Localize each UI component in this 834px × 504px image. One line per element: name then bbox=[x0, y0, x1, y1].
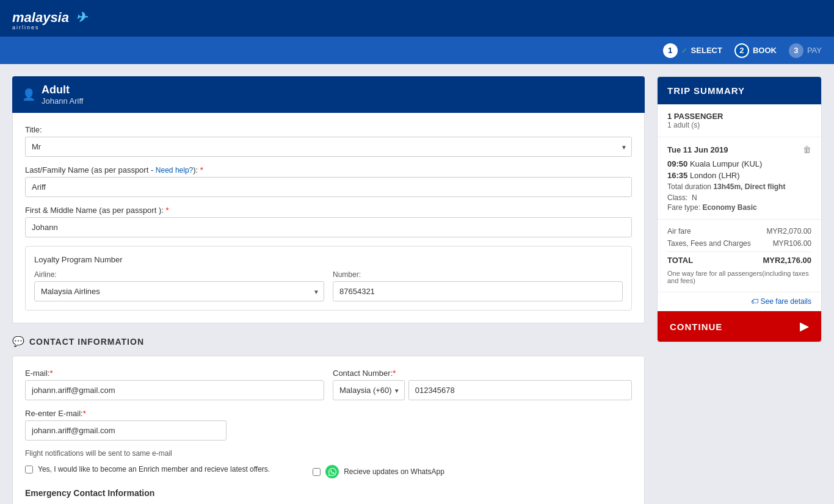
arrive-time: 16:35 bbox=[667, 171, 687, 180]
loyalty-number-field: Number: bbox=[333, 270, 623, 301]
progress-bar: 1 ✓ SELECT 2 BOOK 3 PAY bbox=[0, 37, 834, 64]
trip-summary-header: TRIP SUMMARY bbox=[658, 77, 821, 104]
contact-icon: 💬 bbox=[12, 336, 24, 347]
taxes-label: Taxes, Fees and Charges bbox=[667, 239, 751, 248]
logo: malaysia ✈ airlines bbox=[12, 5, 110, 32]
see-fare-details[interactable]: 🏷 See fare details bbox=[658, 292, 821, 311]
step-label-pay: PAY bbox=[807, 46, 822, 55]
airline-select-wrap: Malaysia Airlines ▼ bbox=[34, 281, 324, 301]
check-icon: ✓ bbox=[681, 46, 687, 55]
passenger-header: 👤 Adult Johann Ariff bbox=[12, 76, 645, 113]
passenger-title: Adult bbox=[42, 84, 83, 96]
country-code-wrap: Malaysia (+60) ▼ bbox=[333, 380, 405, 400]
step-label-book: BOOK bbox=[753, 46, 777, 55]
emergency-title: Emergency Contact Information bbox=[25, 488, 632, 498]
last-name-row: Last/Family Name (as per passport - Need… bbox=[25, 165, 632, 197]
step-book: 2 BOOK bbox=[734, 43, 777, 58]
first-name-input[interactable] bbox=[25, 217, 632, 237]
contact-number-label: Contact Number:* bbox=[333, 369, 632, 378]
loyalty-section: Loyalty Program Number Airline: Malaysia… bbox=[25, 246, 632, 311]
phone-inputs: Malaysia (+60) ▼ bbox=[333, 380, 632, 400]
total-row: TOTAL MYR2,176.00 bbox=[667, 251, 811, 265]
header: malaysia ✈ airlines bbox=[0, 0, 834, 37]
enrich-checkbox-row: Yes, I would like to become an Enrich me… bbox=[25, 465, 270, 473]
last-name-input[interactable] bbox=[25, 177, 632, 197]
step-label-select: SELECT bbox=[691, 46, 722, 55]
delete-icon[interactable]: 🗑 bbox=[803, 145, 811, 154]
email-contact-row: E-mail:* Contact Number:* Malaysia (+60)… bbox=[25, 369, 632, 400]
main-content: 👤 Adult Johann Ariff Title: Mr Mrs Ms bbox=[0, 64, 834, 504]
arrive-row: 16:35 London (LHR) bbox=[667, 171, 811, 180]
pricing-note: One way fare for all passengers(includin… bbox=[667, 270, 811, 284]
air-fare-label: Air fare bbox=[667, 227, 691, 236]
last-name-label: Last/Family Name (as per passport - Need… bbox=[25, 165, 632, 175]
svg-text:airlines: airlines bbox=[12, 24, 40, 31]
passenger-count: 1 PASSENGER bbox=[667, 112, 811, 121]
whatsapp-checkbox[interactable] bbox=[313, 468, 321, 476]
trip-flight-header: Tue 11 Jun 2019 🗑 bbox=[667, 145, 811, 154]
trip-date: Tue 11 Jun 2019 bbox=[667, 145, 728, 154]
emergency-section: Emergency Contact Information Contact Na… bbox=[25, 488, 632, 504]
fare-icon: 🏷 bbox=[751, 297, 758, 306]
passenger-section: 👤 Adult Johann Ariff Title: Mr Mrs Ms bbox=[12, 76, 645, 323]
airline-label: Airline: bbox=[34, 270, 324, 279]
title-row: Title: Mr Mrs Ms ▼ bbox=[25, 125, 632, 157]
total-value: MYR2,176.00 bbox=[763, 256, 812, 265]
depart-time: 09:50 bbox=[667, 159, 687, 168]
see-fare-label: See fare details bbox=[761, 297, 811, 306]
contact-section-title: CONTACT INFORMATION bbox=[29, 337, 144, 347]
re-email-row: Re-enter E-mail:* bbox=[25, 409, 632, 441]
contact-form: E-mail:* Contact Number:* Malaysia (+60)… bbox=[12, 356, 645, 504]
whatsapp-icon bbox=[325, 465, 339, 478]
whatsapp-label: Recieve updates on WhatsApp bbox=[344, 467, 444, 476]
arrive-city: London (LHR) bbox=[690, 171, 740, 180]
loyalty-number-input[interactable] bbox=[333, 281, 623, 301]
svg-text:✈: ✈ bbox=[76, 10, 89, 25]
enrich-label: Yes, I would like to become an Enrich me… bbox=[38, 465, 270, 473]
passenger-name: Johann Ariff bbox=[42, 96, 83, 106]
depart-row: 09:50 Kuala Lumpur (KUL) bbox=[667, 159, 811, 168]
country-code-select[interactable]: Malaysia (+60) bbox=[333, 380, 405, 400]
step-circle-1: 1 bbox=[663, 43, 678, 58]
trip-duration: Total duration 13h45m, Direct flight bbox=[667, 182, 811, 191]
airline-select[interactable]: Malaysia Airlines bbox=[34, 281, 324, 301]
need-help-link[interactable]: Need help? bbox=[156, 166, 193, 175]
re-email-input[interactable] bbox=[25, 420, 227, 441]
airline-field: Airline: Malaysia Airlines ▼ bbox=[34, 270, 324, 301]
step-pay: 3 PAY bbox=[789, 43, 822, 58]
step-select: 1 ✓ SELECT bbox=[663, 43, 722, 58]
checkbox-row: Yes, I would like to become an Enrich me… bbox=[25, 465, 632, 478]
total-label: TOTAL bbox=[667, 256, 693, 265]
phone-number-input[interactable] bbox=[408, 380, 632, 400]
continue-label: CONTINUE bbox=[670, 322, 722, 332]
trip-summary: TRIP SUMMARY 1 PASSENGER 1 adult (s) Tue… bbox=[657, 76, 822, 342]
loyalty-title: Loyalty Program Number bbox=[34, 255, 623, 264]
trip-fare-type: Fare type: Economy Basic bbox=[667, 203, 811, 212]
passenger-form: Title: Mr Mrs Ms ▼ Last/Family Name (as … bbox=[12, 113, 645, 323]
loyalty-row: Airline: Malaysia Airlines ▼ Number: bbox=[34, 270, 623, 301]
taxes-row: Taxes, Fees and Charges MYR106.00 bbox=[667, 239, 811, 248]
first-name-row: First & Middle Name (as per passport ): … bbox=[25, 206, 632, 237]
title-select-wrap: Mr Mrs Ms ▼ bbox=[25, 137, 632, 157]
left-panel: 👤 Adult Johann Ariff Title: Mr Mrs Ms bbox=[12, 76, 645, 504]
trip-flight: Tue 11 Jun 2019 🗑 09:50 Kuala Lumpur (KU… bbox=[658, 137, 821, 220]
email-field-wrap: E-mail:* bbox=[25, 369, 324, 400]
email-input[interactable] bbox=[25, 380, 324, 400]
continue-button[interactable]: CONTINUE ▶ bbox=[658, 311, 821, 342]
contact-section-header: 💬 CONTACT INFORMATION bbox=[12, 336, 645, 347]
continue-arrow-icon: ▶ bbox=[800, 320, 809, 333]
enrich-checkbox[interactable] bbox=[25, 466, 33, 473]
contact-number-field-wrap: Contact Number:* Malaysia (+60) ▼ bbox=[333, 369, 632, 400]
email-label: E-mail:* bbox=[25, 369, 324, 378]
last-name-required: * bbox=[200, 165, 203, 175]
air-fare-row: Air fare MYR2,070.00 bbox=[667, 227, 811, 236]
trip-pricing: Air fare MYR2,070.00 Taxes, Fees and Cha… bbox=[658, 220, 821, 292]
loyalty-number-label: Number: bbox=[333, 270, 623, 279]
air-fare-value: MYR2,070.00 bbox=[767, 227, 811, 236]
title-select[interactable]: Mr Mrs Ms bbox=[25, 137, 632, 157]
notification-text: Flight notifications will be sent to sam… bbox=[25, 449, 632, 458]
passenger-icon: 👤 bbox=[22, 88, 35, 101]
trip-class: Class: N bbox=[667, 193, 811, 202]
svg-text:malaysia: malaysia bbox=[12, 10, 69, 25]
taxes-value: MYR106.00 bbox=[773, 239, 811, 248]
